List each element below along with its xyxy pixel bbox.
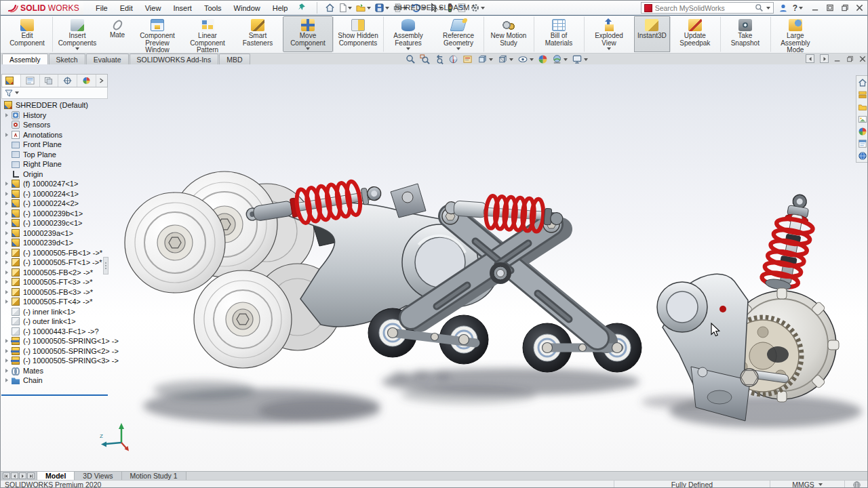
expand-arrow-icon[interactable] — [5, 349, 8, 353]
home-button[interactable] — [324, 2, 336, 14]
panel-expand-button[interactable] — [96, 75, 107, 87]
expand-arrow-icon[interactable] — [5, 192, 8, 196]
ribbon-tab[interactable]: Sketch — [49, 54, 85, 64]
tree-item[interactable]: Front Plane — [1, 140, 108, 150]
doc-close-button[interactable] — [859, 56, 866, 62]
expand-arrow-icon[interactable] — [5, 369, 8, 373]
ribbon-tab[interactable]: SOLIDWORKS Add-Ins — [130, 54, 219, 64]
expand-arrow-icon[interactable] — [5, 182, 8, 186]
view-orientation-icon[interactable] — [477, 54, 493, 64]
expand-arrow-icon[interactable] — [5, 280, 8, 284]
command-button[interactable]: Mate — [102, 16, 132, 52]
dropdown-caret-icon[interactable] — [481, 7, 485, 9]
previous-view-icon[interactable] — [434, 54, 444, 64]
command-button[interactable]: Bill of Materials — [534, 16, 584, 52]
last-tab-button[interactable] — [27, 472, 35, 479]
dropdown-caret-icon[interactable] — [348, 7, 352, 9]
command-button[interactable]: Linear Component Pattern — [182, 16, 233, 52]
expand-arrow-icon[interactable] — [5, 241, 8, 245]
search-input[interactable] — [655, 4, 752, 12]
filter-caret-icon[interactable] — [15, 92, 19, 94]
menu-item[interactable]: View — [145, 4, 161, 12]
tab-display-manager[interactable] — [77, 75, 96, 87]
tree-item[interactable]: (-) inner link<1> — [1, 307, 108, 317]
search-icon[interactable] — [755, 3, 764, 12]
search-dropdown-caret-icon[interactable] — [766, 7, 770, 9]
tree-item[interactable]: (-) 10000505-FB<1> ->* — [1, 248, 108, 258]
edit-appearance-icon[interactable] — [538, 54, 548, 64]
command-button[interactable]: Update Speedpak — [670, 16, 720, 52]
document-tab[interactable]: 3D Views — [75, 472, 121, 480]
expand-arrow-icon[interactable] — [5, 359, 8, 363]
zoom-to-fit-icon[interactable] — [406, 54, 416, 64]
command-button[interactable]: Smart Fasteners — [233, 16, 283, 52]
dynamic-annotation-views-icon[interactable] — [462, 54, 473, 64]
command-button[interactable]: Component Preview Window — [132, 16, 182, 52]
command-button[interactable]: Show Hidden Components — [333, 16, 383, 52]
tree-item[interactable]: (-) 10000443-F<1> ->? — [1, 327, 108, 337]
command-button[interactable]: Assembly Features — [383, 16, 433, 52]
menu-item[interactable]: Tools — [204, 4, 222, 12]
tree-item[interactable]: Top Plane — [1, 150, 108, 160]
expand-arrow-icon[interactable] — [5, 113, 8, 117]
expand-arrow-icon[interactable] — [5, 290, 8, 294]
right-drive-assembly[interactable] — [657, 190, 839, 421]
solidworks-forum-icon[interactable] — [857, 150, 868, 161]
previous-document-button[interactable] — [806, 54, 814, 63]
command-button[interactable]: Take Snapshot — [720, 16, 770, 52]
help-menu[interactable]: ? — [793, 3, 803, 13]
tree-item[interactable]: (-) 10000224<2> — [1, 199, 108, 209]
tree-item[interactable]: (-) 10000505-SPRING<1> -> — [1, 336, 108, 346]
expand-arrow-icon[interactable] — [5, 133, 8, 137]
tree-item[interactable]: (-) outer link<1> — [1, 317, 108, 327]
command-button[interactable]: Edit Component — [2, 16, 52, 52]
tree-item[interactable]: Annotations — [1, 130, 108, 140]
tree-item[interactable]: 10000239a<1> — [1, 228, 108, 239]
restore-button[interactable] — [826, 4, 834, 12]
ribbon-tab[interactable]: Evaluate — [86, 54, 129, 64]
menu-item[interactable]: File — [96, 4, 108, 12]
open-button[interactable] — [355, 2, 372, 14]
dropdown-caret-icon[interactable] — [509, 58, 513, 61]
new-document-button[interactable] — [338, 2, 353, 14]
tree-item[interactable]: 10000505-FT<3> ->* — [1, 277, 108, 287]
tree-item[interactable]: (-) 10000505-SPRING<3> -> — [1, 356, 108, 366]
dropdown-caret-icon[interactable] — [306, 47, 310, 50]
dropdown-caret-icon[interactable] — [75, 47, 79, 50]
tags-globe-icon[interactable] — [852, 481, 861, 488]
tree-item[interactable]: 10000505-FB<2> ->* — [1, 268, 108, 278]
command-button[interactable]: Exploded View — [584, 16, 634, 52]
expand-arrow-icon[interactable] — [5, 300, 8, 304]
expand-arrow-icon[interactable] — [5, 251, 8, 255]
design-library-icon[interactable] — [857, 89, 868, 100]
appearances-scenes-icon[interactable] — [857, 126, 868, 136]
tab-dimxpert-manager[interactable] — [58, 75, 77, 87]
units-selector[interactable]: MMGS — [770, 481, 844, 488]
expand-arrow-icon[interactable] — [5, 260, 8, 264]
tree-item[interactable]: (-) 10000224<1> — [1, 189, 108, 199]
command-button[interactable]: Large Assembly Mode — [770, 16, 821, 52]
ribbon-tab[interactable]: MBD — [219, 54, 250, 64]
expand-arrow-icon[interactable] — [5, 211, 8, 216]
expand-arrow-icon[interactable] — [5, 231, 8, 235]
menu-item[interactable]: Insert — [173, 4, 192, 12]
document-tab[interactable]: Motion Study 1 — [122, 472, 186, 480]
filter-funnel-icon[interactable] — [5, 89, 13, 97]
cascade-windows-button[interactable] — [841, 4, 849, 12]
expand-arrow-icon[interactable] — [5, 270, 8, 274]
next-tab-button[interactable] — [19, 472, 26, 479]
tree-item[interactable]: (-) 10000239c<1> — [1, 218, 108, 228]
menu-item[interactable]: Edit — [120, 4, 133, 12]
panel-splitter-grip[interactable] — [103, 257, 108, 274]
tree-item[interactable]: History — [1, 110, 108, 121]
expand-arrow-icon[interactable] — [5, 378, 8, 382]
tab-configuration-manager[interactable] — [40, 75, 59, 87]
expand-arrow-icon[interactable] — [5, 201, 8, 205]
dropdown-caret-icon[interactable] — [564, 58, 568, 61]
tree-item[interactable]: (-) 10000505-SPRING<2> -> — [1, 346, 108, 357]
minimize-button[interactable] — [812, 4, 819, 12]
doc-restore-button[interactable] — [846, 56, 854, 62]
dropdown-caret-icon[interactable] — [530, 58, 534, 61]
tree-item[interactable]: (-) 10000505-FT<1> ->* — [1, 258, 108, 268]
viewport-3d-scene[interactable] — [1, 64, 868, 471]
